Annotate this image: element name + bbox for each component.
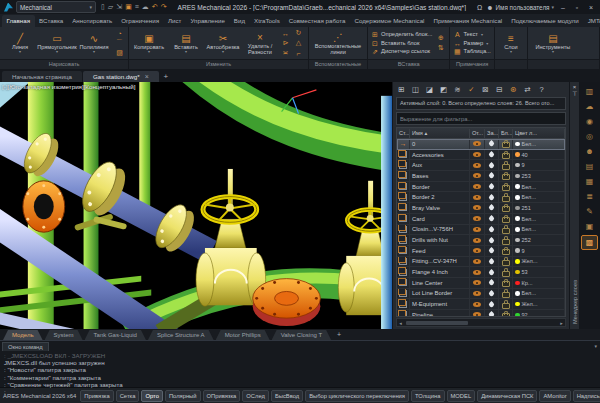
layer-lock-toggle[interactable] xyxy=(499,225,513,235)
layer-color-cell[interactable]: Бел... xyxy=(513,214,565,224)
layer-name[interactable]: Aux xyxy=(410,160,470,170)
layer-color-cell[interactable]: Жел... xyxy=(513,257,565,267)
ribbon-tab-вид[interactable]: Вид xyxy=(229,15,249,27)
layer-lock-toggle[interactable] xyxy=(499,278,513,288)
layout-tab-system[interactable]: System xyxy=(45,330,83,340)
layer-lock-toggle[interactable] xyxy=(499,171,513,181)
stamp-icon[interactable]: ▣ xyxy=(582,220,597,233)
layer-row[interactable]: M-EquipmentЖел... xyxy=(397,299,565,310)
scroll-thumb[interactable] xyxy=(406,321,468,325)
layer-row[interactable]: Aux9 xyxy=(397,160,565,171)
layer-lock-toggle[interactable] xyxy=(499,257,513,267)
layer-states-icon[interactable]: ≋ xyxy=(451,84,464,96)
redo-icon[interactable]: ↷ xyxy=(161,2,167,12)
layer-color-cell[interactable]: 251 xyxy=(513,203,565,213)
properties-icon[interactable]: ▥ xyxy=(582,85,597,98)
layer-color-cell[interactable]: Бел... xyxy=(513,182,565,192)
ribbon-tab-jmtools[interactable]: JMTools xyxy=(583,15,600,27)
set-current-layer-icon[interactable]: ✓ xyxy=(465,84,478,96)
new-layout-button[interactable]: + xyxy=(333,330,345,340)
assistant-icon[interactable]: ☻ xyxy=(582,145,597,158)
layer-lock-toggle[interactable] xyxy=(499,182,513,192)
ribbon-tab-вставка[interactable]: ВСтавка xyxy=(35,15,68,27)
reference-manager-button[interactable]: ⇗ Диспетчер ссылок xyxy=(371,48,432,55)
layout-tab-splice-structure-a[interactable]: Splice Structure A xyxy=(148,330,214,340)
horizontal-scrollbar[interactable]: ◂ ▸ xyxy=(396,318,566,327)
user-menu[interactable]: ☻ Имя пользователя ▾ xyxy=(486,4,554,11)
layer-color-cell[interactable]: 9 xyxy=(513,246,565,256)
layer-color-cell[interactable]: Жел... xyxy=(513,299,565,309)
layer-color-cell[interactable]: Бел... xyxy=(513,192,565,202)
layer-color-cell[interactable]: 252 xyxy=(513,235,565,245)
layer-on-toggle[interactable] xyxy=(470,257,485,267)
layer-color-cell[interactable]: Бел... xyxy=(513,225,565,235)
layer-on-toggle[interactable] xyxy=(470,203,485,213)
rotate-tool-icon[interactable]: ↻ xyxy=(293,29,304,38)
layer-name[interactable]: Accessories xyxy=(410,150,470,160)
layer-name[interactable]: Pipeline xyxy=(410,310,470,317)
scroll-left-icon[interactable]: ◂ xyxy=(397,320,404,326)
layers-button[interactable]: ≡ Слои▾ xyxy=(498,33,524,54)
insert-group-label[interactable]: ВСтавка xyxy=(368,59,449,69)
table-button[interactable]: ▦ Таблица... xyxy=(453,48,491,55)
ribbon-tab-лист[interactable]: Лист xyxy=(163,15,185,27)
layer-on-toggle[interactable] xyxy=(470,235,485,245)
arc-tool-icon[interactable]: ⌒ xyxy=(114,39,125,48)
layer-lock-toggle[interactable] xyxy=(499,203,513,213)
command-collapse-icon[interactable]: ▾ xyxy=(594,343,597,349)
new-layer-icon[interactable]: ⊞ xyxy=(395,84,408,96)
new-tab-button[interactable]: + xyxy=(160,71,172,82)
layer-on-icon[interactable]: ◫ xyxy=(409,84,422,96)
layer-freeze-toggle[interactable] xyxy=(485,267,499,277)
layer-row[interactable]: BorderБел... xyxy=(397,182,565,193)
help-icon[interactable]: ? xyxy=(535,84,548,96)
layer-freeze-toggle[interactable] xyxy=(485,310,499,317)
column-header-0[interactable]: Ст... xyxy=(397,129,410,138)
projects-icon[interactable]: ▤ xyxy=(582,160,597,173)
layout-tab-valve-closing-t[interactable]: Valve Closing T xyxy=(272,330,331,340)
copy-button[interactable]: ▣ Копировать▾ xyxy=(132,33,166,54)
cloud-icon[interactable]: ☁ xyxy=(582,100,597,113)
layout-tab-motor-phillips[interactable]: Motor Phillips xyxy=(216,330,270,340)
ribbon-tab-содержимое-mechanical[interactable]: Содержимое Mechanical xyxy=(350,15,429,27)
layer-row[interactable]: Closin...V-756HБел... xyxy=(397,225,565,236)
layer-lock-icon[interactable]: ⊠ xyxy=(479,84,492,96)
layer-name[interactable]: Closin...V-756H xyxy=(410,225,470,235)
ribbon-tab-подключаемые-модули[interactable]: Подключаемые модули xyxy=(507,15,583,27)
layer-row[interactable]: →0Бел... xyxy=(397,139,565,150)
layer-on-toggle[interactable] xyxy=(470,225,485,235)
column-header-1[interactable]: Имя ▴ xyxy=(410,129,470,138)
layer-on-toggle[interactable] xyxy=(470,150,485,160)
layer-freeze-toggle[interactable] xyxy=(485,214,499,224)
notifications-bell-icon[interactable]: Ω xyxy=(477,4,482,11)
attach-reference-tool-icon[interactable]: ⊕ xyxy=(435,34,446,43)
layer-freeze-toggle[interactable] xyxy=(485,225,499,235)
layer-color-cell[interactable]: 53 xyxy=(513,267,565,277)
layer-unlock-icon[interactable]: ⊟ xyxy=(493,84,506,96)
construction-group-label[interactable]: Вспомогательные xyxy=(309,59,367,69)
move-tool-icon[interactable]: ↔ xyxy=(280,29,291,38)
viewport-controls[interactable]: [-][Юго-западная изометрия][Концептуальн… xyxy=(2,83,135,90)
draw-group-label[interactable]: Нарисовать xyxy=(0,59,128,69)
layer-freeze-toggle[interactable] xyxy=(485,246,499,256)
layer-name[interactable]: Card xyxy=(410,214,470,224)
layer-lock-toggle[interactable] xyxy=(499,289,513,299)
autotrim-button[interactable]: ✂ Автообрезка▾ xyxy=(206,33,240,54)
layer-freeze-toggle[interactable] xyxy=(485,278,499,288)
print-icon[interactable]: ☁ xyxy=(142,2,149,12)
layer-name[interactable]: Lot Line Border xyxy=(410,289,470,299)
layer-freeze-toggle[interactable] xyxy=(485,299,499,309)
layer-lock-toggle[interactable] xyxy=(499,299,513,309)
annotations-group-label[interactable]: Примечания xyxy=(450,59,494,69)
layer-lock-toggle[interactable] xyxy=(499,267,513,277)
layer-name[interactable]: Drills with Nut xyxy=(410,235,470,245)
layer-row[interactable]: Line CenterКр... xyxy=(397,278,565,289)
column-header-5[interactable]: Цвет л... xyxy=(513,129,565,138)
layer-color-cell[interactable]: Бел... xyxy=(513,139,565,149)
layer-freeze-toggle[interactable] xyxy=(485,150,499,160)
layer-row[interactable]: Feed9 xyxy=(397,246,565,257)
column-header-4[interactable]: Бл... xyxy=(499,129,513,138)
ribbon-tab-примечания-mechanical[interactable]: Примечания Mechanical xyxy=(429,15,507,27)
command-window[interactable]: Окно команд : _JMEXCSLOAD ВКЛ - ЗАГРУЖЕН… xyxy=(0,340,600,387)
layer-row[interactable]: Lot Line BorderБел... xyxy=(397,289,565,300)
